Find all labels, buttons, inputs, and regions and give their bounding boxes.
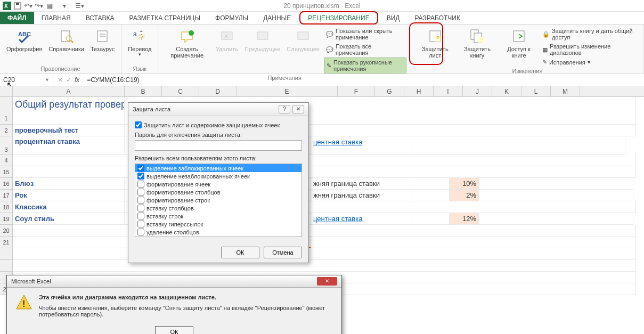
row-header[interactable]: 1	[0, 97, 13, 125]
row-header[interactable]: 2	[0, 125, 13, 136]
msgbox-line2: Чтобы внести изменения, выберите команду…	[39, 305, 333, 317]
worksheet: A B C D E F G H I J K L M 1 Общий резуль…	[0, 86, 644, 295]
allow-label: Разрешить всем пользователям этого листа…	[135, 155, 302, 161]
col-header[interactable]: F	[338, 86, 375, 96]
col-header[interactable]: G	[375, 86, 404, 96]
col-header[interactable]: A	[13, 86, 125, 96]
undo-icon[interactable]: ↶▾	[23, 1, 33, 11]
permission-item[interactable]: вставку строк	[135, 212, 301, 220]
protect-contents-checkbox[interactable]: Защитить лист и содержимое защищаемых яч…	[135, 121, 302, 128]
col-header[interactable]: D	[199, 86, 237, 96]
tab-insert[interactable]: ВСТАВКА	[78, 12, 122, 24]
redo-icon[interactable]: ↷▾	[34, 1, 44, 11]
research-button[interactable]: Справочники	[46, 27, 86, 53]
cell[interactable]: центная ставка	[311, 136, 412, 154]
enter-formula-icon[interactable]: ✓	[66, 76, 71, 84]
protect-sheet-button[interactable]: Защитить лист	[415, 27, 455, 60]
permission-item[interactable]: выделение заблокированных ячеек	[135, 164, 301, 172]
msgbox-line1: Эта ячейка или диаграмма находится на за…	[39, 294, 333, 300]
show-all-comments-button[interactable]: 💬Показать все примечания	[324, 42, 406, 57]
permission-item[interactable]: форматирование строк	[135, 196, 301, 204]
row-header[interactable]: 16	[0, 178, 13, 190]
tab-view[interactable]: ВИД	[379, 12, 407, 24]
row-header[interactable]: 17	[0, 190, 13, 201]
cell[interactable]: процентная ставка	[13, 136, 125, 154]
permission-item[interactable]: вставку гиперссылок	[135, 220, 301, 228]
warning-icon: !	[15, 294, 32, 311]
share-workbook-button[interactable]: Доступ к книге	[500, 27, 538, 60]
fx-icon[interactable]: fx	[75, 76, 79, 84]
col-header[interactable]: E	[237, 86, 338, 96]
row-header[interactable]: 19	[0, 213, 13, 225]
row-22	[0, 248, 644, 260]
svg-line-7	[71, 40, 73, 43]
msgbox-titlebar: Microsoft Excel ✕	[7, 275, 341, 288]
tab-file[interactable]: ФАЙЛ	[0, 12, 34, 24]
tab-developer[interactable]: РАЗРАБОТЧИК	[407, 12, 468, 24]
qat-more-icon[interactable]: ▾	[60, 1, 69, 11]
protect-workbook-button[interactable]: Защитить книгу	[457, 27, 498, 60]
row-header[interactable]: 20	[0, 225, 13, 237]
row-header[interactable]	[0, 248, 13, 260]
permission-item[interactable]: удаление столбцов	[135, 228, 301, 236]
tab-review[interactable]: РЕЦЕНЗИРОВАНИЕ	[299, 11, 378, 25]
select-all-corner[interactable]	[0, 86, 13, 96]
permission-item[interactable]: удаление строк	[135, 236, 301, 237]
col-header[interactable]: H	[404, 86, 434, 96]
thesaurus-button[interactable]: Тезаурус	[88, 27, 117, 53]
touch-mode-icon[interactable]: ☰▾	[75, 1, 84, 11]
msgbox-ok-button[interactable]: ОК	[155, 326, 193, 334]
dialog-close-button[interactable]: ✕	[292, 105, 304, 113]
save-icon[interactable]	[13, 1, 22, 11]
permission-item[interactable]: форматирование ячеек	[135, 180, 301, 188]
track-changes-button[interactable]: ✎Исправления ▾	[540, 58, 639, 67]
name-box[interactable]: C20▼	[0, 74, 53, 86]
prev-comment-button: Предыдущее	[242, 27, 282, 53]
permissions-list[interactable]: выделение заблокированных ячееквыделение…	[135, 164, 302, 237]
col-header[interactable]: K	[492, 86, 521, 96]
show-hide-comment-button[interactable]: 💬Показать или скрыть примечание	[324, 27, 406, 42]
password-label: Пароль для отключения защиты листа:	[135, 132, 302, 138]
spelling-button[interactable]: ABCОрфография	[4, 27, 44, 53]
row-header[interactable]: 3	[0, 136, 13, 154]
svg-rect-17	[257, 32, 268, 39]
row-header[interactable]: 21	[0, 237, 13, 248]
col-header[interactable]: C	[162, 86, 199, 96]
protect-share-button[interactable]: 🔒Защитить книгу и дать общий доступ	[540, 27, 639, 42]
col-header[interactable]: M	[551, 86, 580, 96]
cancel-button[interactable]: Отмена	[264, 247, 302, 258]
new-comment-button[interactable]: Создать примечание	[162, 27, 211, 60]
message-box: Microsoft Excel ✕ ! Эта ячейка или диагр…	[6, 275, 342, 334]
permission-item[interactable]: форматирование столбцов	[135, 188, 301, 196]
permission-item[interactable]: вставку столбцов	[135, 204, 301, 212]
row-header[interactable]: 4	[0, 154, 13, 166]
dialog-help-button[interactable]: ?	[279, 105, 290, 113]
ok-button[interactable]: ОК	[221, 247, 259, 258]
row-header[interactable]	[0, 260, 13, 272]
group-changes: Защитить лист Защитить книгу Доступ к кн…	[411, 25, 644, 73]
show-ink-button[interactable]: ✎Показать рукописные примечания	[324, 58, 406, 74]
cell[interactable]: проверочный тест	[13, 125, 125, 136]
tab-formulas[interactable]: ФОРМУЛЫ	[208, 12, 256, 24]
row-header[interactable]: 15	[0, 166, 13, 178]
allow-ranges-button[interactable]: ▦Разрешить изменение диапазонов	[540, 42, 639, 57]
col-header[interactable]: B	[125, 86, 162, 96]
tab-pagelayout[interactable]: РАЗМЕТКА СТРАНИЦЫ	[122, 12, 208, 24]
col-header[interactable]: J	[463, 86, 492, 96]
new-icon[interactable]: ▦	[45, 1, 54, 11]
formula-input[interactable]: =СУММ(C16:C19)	[84, 74, 644, 86]
col-header[interactable]: L	[521, 86, 551, 96]
row-15: 15	[0, 166, 644, 178]
window-title: 20 принципов.xlsm - Excel	[283, 2, 360, 10]
tab-home[interactable]: ГЛАВНАЯ	[34, 12, 78, 24]
col-header[interactable]: I	[434, 86, 463, 96]
translate-button[interactable]: a字Перевод▼	[126, 27, 153, 58]
row-header[interactable]: 18	[0, 201, 13, 213]
cell[interactable]: Общий результат проверки	[13, 97, 125, 125]
password-input[interactable]	[135, 140, 302, 151]
msgbox-close-button[interactable]: ✕	[317, 277, 337, 286]
tab-data[interactable]: ДАННЫЕ	[256, 12, 298, 24]
cancel-formula-icon[interactable]: ✕	[58, 76, 63, 84]
permission-item[interactable]: выделение незаблокированных ячеек	[135, 172, 301, 180]
svg-rect-18	[298, 32, 308, 39]
